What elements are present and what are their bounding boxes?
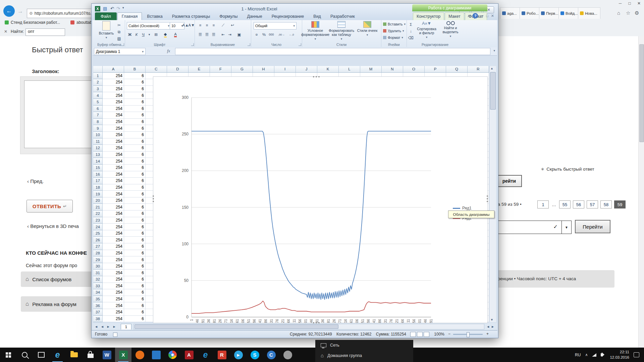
cell-A36[interactable]: 254 — [103, 302, 124, 309]
cell-A22[interactable]: 254 — [103, 210, 124, 217]
browser-minimize-button[interactable]: ─ — [616, 0, 625, 7]
cell-A6[interactable]: 254 — [103, 106, 124, 112]
cell-A34[interactable]: 254 — [103, 289, 124, 296]
increase-indent-icon[interactable]: ⇥ — [227, 32, 233, 38]
next-sheet-icon[interactable]: ► — [107, 325, 110, 328]
favorites-star-icon[interactable]: ☆ — [626, 10, 630, 16]
cell-A25[interactable]: 254 — [103, 230, 124, 237]
taskbar-icon-file-explorer[interactable] — [66, 348, 82, 362]
align-left-icon[interactable]: ☰ — [197, 32, 203, 38]
ribbon-tab-Разметка страницы[interactable]: Разметка страницы — [168, 12, 214, 20]
ribbon-tab-Вставка[interactable]: Вставка — [143, 12, 167, 20]
row-header-36[interactable]: 36 — [93, 302, 103, 309]
column-header-G[interactable]: G — [231, 66, 253, 73]
legend-entry-Ряд1[interactable]: Ряд1 — [453, 205, 472, 211]
ribbon-tab-Вид[interactable]: Вид — [309, 12, 325, 20]
paste-button[interactable]: Вставить ▾ — [97, 21, 115, 39]
back-to-forum-link[interactable]: Вернуться в 3D печа — [30, 223, 79, 229]
cell-B12[interactable]: 6 — [124, 145, 146, 152]
find-select-button[interactable]: Найти и выделить▾ — [439, 21, 462, 38]
chart-object[interactable]: 0501001502002503001469136812671166106519… — [153, 76, 488, 323]
taskbar-icon-app-blue[interactable] — [148, 348, 164, 362]
zoom-in-icon[interactable]: + — [486, 331, 489, 336]
cell-A13[interactable]: 254 — [103, 152, 124, 158]
cell-B33[interactable]: 6 — [124, 283, 146, 290]
row-header-20[interactable]: 20 — [93, 197, 103, 204]
row-header-24[interactable]: 24 — [93, 224, 103, 230]
column-header-C[interactable]: C — [146, 66, 167, 73]
flyout-item-homegroup[interactable]: ⌂ Домашняя группа — [315, 350, 413, 361]
redo-icon[interactable]: ↷ — [116, 6, 120, 11]
scroll-up-icon[interactable]: ▲ — [490, 67, 493, 70]
select-arrow-button[interactable]: ▼ — [561, 221, 571, 234]
browser-maximize-button[interactable]: □ — [625, 0, 634, 7]
cell-B20[interactable]: 6 — [124, 197, 146, 204]
cell-B2[interactable]: 6 — [124, 79, 146, 86]
taskbar-icon-word[interactable]: W — [99, 348, 115, 362]
cell-A20[interactable]: 254 — [103, 197, 124, 204]
taskbar-icon-app-gray[interactable] — [279, 348, 296, 362]
number-format-combo[interactable]: Общий▾ — [254, 22, 297, 29]
row-header-35[interactable]: 35 — [93, 296, 103, 303]
row-header-15[interactable]: 15 — [93, 165, 103, 171]
align-right-icon[interactable]: ☰ — [211, 32, 217, 38]
autosum-icon[interactable]: Σ — [408, 21, 414, 27]
row-header-7[interactable]: 7 — [93, 112, 103, 119]
row-header-21[interactable]: 21 — [93, 204, 103, 210]
taskbar-icon-start-button[interactable] — [0, 348, 16, 362]
row-header-14[interactable]: 14 — [93, 158, 103, 165]
formula-input[interactable] — [175, 48, 490, 55]
row-header-38[interactable]: 38 — [93, 316, 103, 322]
row-header-22[interactable]: 22 — [93, 210, 103, 217]
qat-dropdown-icon[interactable]: ▾ — [122, 6, 124, 9]
row-header-11[interactable]: 11 — [93, 138, 103, 145]
ribbon-tab-Данные[interactable]: Данные — [243, 12, 267, 20]
cell-B25[interactable]: 6 — [124, 230, 146, 237]
settings-gear-icon[interactable]: ⚙ — [635, 10, 639, 16]
cell-B21[interactable]: 6 — [124, 204, 146, 210]
view-buttons[interactable] — [410, 332, 430, 338]
column-header-E[interactable]: E — [189, 66, 210, 73]
taskbar-icon-app-orange[interactable] — [131, 348, 148, 362]
dialog-launcher-icon[interactable] — [248, 43, 250, 46]
taskbar-icon-app-c[interactable]: C — [263, 348, 279, 362]
forum-list-link[interactable]: Список форумов — [32, 277, 71, 282]
macro-record-icon[interactable] — [113, 333, 117, 337]
ribbon-tab-Формулы[interactable]: Формулы — [215, 12, 242, 20]
page-scrollbar[interactable] — [638, 36, 644, 348]
select-all-corner[interactable] — [93, 66, 103, 73]
volume-icon[interactable] — [601, 353, 603, 356]
orientation-icon[interactable]: ⟋ — [220, 22, 226, 28]
save-icon[interactable]: ▤ — [103, 6, 107, 11]
cell-B37[interactable]: 6 — [124, 309, 146, 316]
row-header-25[interactable]: 25 — [93, 230, 103, 237]
page-link-57[interactable]: 57 — [587, 200, 598, 208]
cell-A17[interactable]: 254 — [103, 178, 124, 184]
cell-A32[interactable]: 254 — [103, 276, 124, 283]
vertical-scrollbar[interactable]: ▲ ▼ — [489, 66, 496, 322]
row-header-8[interactable]: 8 — [93, 119, 103, 125]
hide-quick-reply-link[interactable]: Скрыть быстрый ответ — [546, 167, 594, 172]
forward-button[interactable]: → — [17, 8, 23, 15]
home-icon[interactable]: ⌂ — [617, 10, 620, 16]
minimize-ribbon-chevron-icon[interactable]: ∧ — [467, 14, 470, 18]
row-header-18[interactable]: 18 — [93, 184, 103, 191]
cell-A31[interactable]: 254 — [103, 269, 124, 276]
row-header-3[interactable]: 3 — [93, 86, 103, 93]
back-button[interactable]: ← — [3, 5, 15, 17]
taskbar-icon-store[interactable] — [82, 348, 99, 362]
cell-B34[interactable]: 6 — [124, 289, 146, 296]
column-header-L[interactable]: L — [339, 66, 360, 73]
jump-button[interactable]: Перейти — [575, 220, 610, 233]
page-link-56[interactable]: 56 — [573, 200, 584, 208]
cell-A29[interactable]: 254 — [103, 256, 124, 263]
column-header-H[interactable]: H — [253, 66, 274, 73]
cell-A37[interactable]: 254 — [103, 309, 124, 316]
column-header-P[interactable]: P — [425, 66, 446, 73]
chart-handle[interactable] — [487, 195, 488, 197]
font-name-combo[interactable]: Calibri (Основной)▾ — [127, 22, 171, 29]
cell-styles-button[interactable]: Стили ячеек▾ — [356, 21, 379, 37]
cell-B24[interactable]: 6 — [124, 224, 146, 230]
delete-cells-button[interactable]: Удалить▾ — [383, 29, 404, 33]
cell-B32[interactable]: 6 — [124, 276, 146, 283]
